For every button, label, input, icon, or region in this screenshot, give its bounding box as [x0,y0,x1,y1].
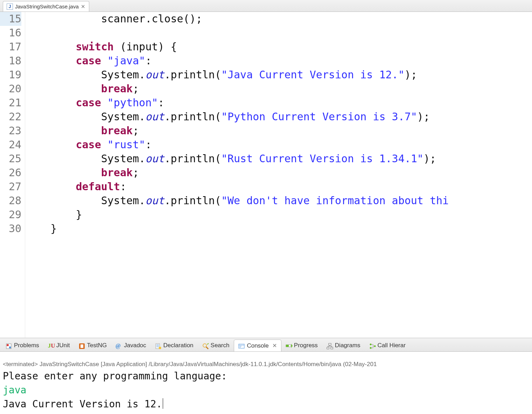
svg-point-1 [7,344,9,346]
view-tab-console[interactable]: Console✕ [234,340,281,351]
console-line: Java Current Version is 12. [3,397,529,411]
svg-rect-15 [329,343,331,345]
view-tab-label: Search [211,342,230,349]
line-number: 21 [0,96,21,110]
svg-point-7 [203,344,206,347]
javadoc-icon: @ [115,342,122,349]
svg-rect-4 [80,344,83,348]
views-tabbar: ProblemsJUJUnitTestNG@JavadocDeclaration… [0,338,532,352]
line-number: 26 [0,166,21,180]
console-icon [238,343,245,349]
code-line[interactable]: switch (input) { [25,40,532,54]
view-tab-problems[interactable]: Problems [1,340,44,351]
editor-tab-filename: JavaStringSwitchCase.java [15,3,79,9]
editor-tabbar: J JavaStringSwitchCase.java ✕ [0,0,532,12]
code-line[interactable] [25,26,532,40]
view-tab-search[interactable]: Search [198,340,234,351]
view-tab-label: TestNG [87,342,107,349]
junit-icon: JU [48,342,54,349]
view-tab-testng[interactable]: TestNG [75,340,112,351]
view-tab-junit[interactable]: JUJUnit [44,340,75,351]
svg-rect-16 [327,347,329,349]
code-line[interactable]: break; [25,82,532,96]
java-file-icon: J [7,3,13,10]
view-tab-label: Declaration [163,342,194,349]
svg-rect-2 [9,347,11,348]
code-line[interactable]: System.out.println("Rust Current Version… [25,152,532,166]
view-tab-label: Javadoc [124,342,146,349]
code-line[interactable]: } [25,208,532,222]
svg-line-8 [206,347,208,349]
code-line[interactable]: System.out.println("Java Current Version… [25,68,532,82]
problems-icon [6,342,12,349]
svg-point-19 [370,347,371,349]
line-number: 18 [0,54,21,68]
diagrams-icon [327,342,333,349]
view-tab-label: Diagrams [335,342,360,349]
console-line: java [3,383,529,397]
testng-icon [79,342,85,349]
line-number: 23 [0,124,21,138]
line-number: 30 [0,222,21,236]
progress-icon [286,342,292,349]
code-line[interactable]: case "rust": [25,138,532,152]
view-tab-label: Problems [14,342,39,349]
svg-rect-14 [286,345,289,347]
view-tab-label: Console [247,342,268,349]
line-number: 28 [0,194,21,208]
search-icon [202,342,209,349]
view-tab-declaration[interactable]: Declaration [151,340,198,351]
line-number: 17 [0,40,21,54]
console-output[interactable]: Please enter any programming language:ja… [0,369,532,414]
code-line[interactable]: System.out.println("Python Current Versi… [25,110,532,124]
code-line[interactable]: System.out.println("We don't have inform… [25,194,532,208]
line-number: 16 [0,26,21,40]
line-number-gutter: 15161718192021222324252627282930 [0,12,25,338]
view-tab-progress[interactable]: Progress [281,340,322,351]
line-number: 19 [0,68,21,82]
line-number: 29 [0,208,21,222]
code-line[interactable]: scanner.close(); [25,12,532,26]
svg-point-18 [370,343,371,345]
view-tab-label: JUnit [56,342,70,349]
console-header: <terminated> JavaStringSwitchCase [Java … [0,352,532,369]
svg-rect-17 [331,347,333,349]
line-number: 25 [0,152,21,166]
line-number: 20 [0,82,21,96]
view-tab-label: Call Hierar [378,342,406,349]
declaration-icon [155,342,161,349]
close-icon[interactable]: ✕ [81,3,85,10]
code-line[interactable]: break; [25,166,532,180]
code-line[interactable]: } [25,222,532,236]
console-line: Please enter any programming language: [3,369,529,383]
code-line[interactable]: case "java": [25,54,532,68]
view-tab-javadoc[interactable]: @Javadoc [111,340,150,351]
view-tab-label: Progress [294,342,318,349]
svg-point-20 [374,345,376,347]
close-icon[interactable]: ✕ [272,342,277,349]
call-hierarchy-icon [369,342,376,349]
view-tab-call-hierar[interactable]: Call Hierar [365,340,410,351]
console-panel: <terminated> JavaStringSwitchCase [Java … [0,352,532,414]
code-area[interactable]: scanner.close(); switch (input) { case "… [25,12,532,338]
line-number: 15 [0,12,21,26]
code-line[interactable]: default: [25,180,532,194]
code-editor[interactable]: 15161718192021222324252627282930 scanner… [0,12,532,338]
code-line[interactable]: break; [25,124,532,138]
line-number: 27 [0,180,21,194]
line-number: 22 [0,110,21,124]
editor-tab[interactable]: J JavaStringSwitchCase.java ✕ [3,1,89,12]
code-line[interactable]: case "python": [25,96,532,110]
line-number: 24 [0,138,21,152]
svg-point-6 [159,347,161,349]
view-tab-diagrams[interactable]: Diagrams [322,340,365,351]
